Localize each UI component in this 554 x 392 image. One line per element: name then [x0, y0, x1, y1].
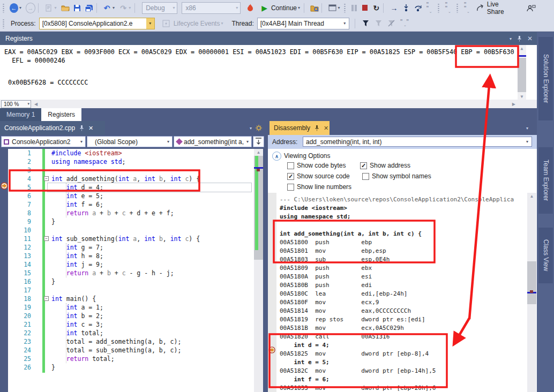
address-dropdown-icon[interactable]: ▾: [523, 139, 531, 144]
checkbox[interactable]: [287, 184, 294, 191]
toolbar-grip[interactable]: [2, 19, 5, 28]
live-share-button[interactable]: Live Share: [487, 1, 515, 16]
tab-list-dropdown-icon[interactable]: ▾: [250, 126, 252, 131]
scope-combo[interactable]: (Global Scope) ▾: [87, 136, 173, 147]
current-statement-arrow[interactable]: [1, 182, 8, 190]
step-out-icon[interactable]: " "⌄: [426, 3, 435, 13]
toolbar-overflow-icon[interactable]: " "⌄: [400, 20, 410, 27]
new-item-dropdown-icon[interactable]: ▾: [55, 5, 57, 10]
hot-reload-flame-icon[interactable]: [246, 3, 254, 13]
disassembly-line[interactable]: 00A5181B mov ecx,0A5C029h: [280, 324, 404, 333]
code-line[interactable]: 23 total = add_something(a, b, c);: [0, 337, 253, 346]
toolbar-grip[interactable]: [456, 3, 459, 13]
window-position-icon[interactable]: ▾: [510, 36, 512, 41]
toolbar-grip[interactable]: [2, 3, 5, 13]
checkbox[interactable]: [362, 173, 369, 180]
current-instruction-arrow[interactable]: [268, 346, 275, 353]
toolbar-grip[interactable]: [437, 3, 440, 13]
code-line[interactable]: 10: [0, 226, 253, 235]
fold-collapse-icon[interactable]: −: [44, 176, 49, 181]
step-over-icon[interactable]: [414, 3, 422, 13]
disassembly-margin[interactable]: [268, 193, 276, 392]
pin-icon[interactable]: [79, 125, 84, 131]
tab-memory-1[interactable]: Memory 1: [0, 108, 41, 121]
side-tab-class-view[interactable]: Class View: [538, 228, 553, 283]
code-line[interactable]: 22 int total;: [0, 329, 253, 337]
code-line[interactable]: 8 return a + b + c + d + e + f;: [0, 209, 253, 217]
open-file-icon[interactable]: [61, 3, 70, 13]
live-share-icon[interactable]: [476, 3, 484, 13]
undo-dropdown-icon[interactable]: ▾: [113, 5, 115, 10]
navigate-back-dropdown-icon[interactable]: ▾: [19, 5, 21, 10]
find-in-files-icon[interactable]: [310, 3, 319, 13]
feedback-icon[interactable]: [527, 3, 536, 13]
code-editor[interactable]: 1#include <iostream>2using namespace std…: [0, 149, 263, 392]
save-all-icon[interactable]: [85, 3, 93, 13]
disassembly-line[interactable]: 00A51820 call 00A51316: [280, 333, 390, 341]
new-item-icon[interactable]: [44, 3, 53, 13]
option-show-code-bytes[interactable]: Show code bytes: [287, 162, 346, 169]
lifecycle-events-button[interactable]: Lifecycle Events: [174, 20, 220, 27]
continue-button[interactable]: Continue: [271, 4, 297, 12]
pin-icon[interactable]: [517, 35, 522, 42]
scrollbar-thumb[interactable]: [527, 261, 536, 304]
fold-collapse-icon[interactable]: −: [44, 236, 49, 241]
scroll-right-icon[interactable]: ▶: [512, 102, 515, 107]
project-combo[interactable]: ConsoleApplication2 ▾: [1, 136, 86, 147]
scroll-up-icon[interactable]: ▲: [527, 194, 536, 199]
toolbar-grip[interactable]: [343, 3, 346, 13]
editor-scrollbar[interactable]: ▲: [254, 149, 263, 392]
code-line[interactable]: 18−int main() {: [0, 295, 253, 303]
code-line[interactable]: 16}: [0, 277, 253, 286]
show-next-statement-icon[interactable]: →: [390, 3, 398, 13]
disassembly-line[interactable]: 00A5182C mov dword ptr [ebp-14h],5: [280, 367, 436, 375]
code-line[interactable]: 14 int j = 9;: [0, 260, 253, 269]
registers-title-bar[interactable]: Registers ▾ ✕: [0, 32, 537, 45]
code-line[interactable]: 3: [0, 166, 253, 175]
scrollbar-thumb[interactable]: [518, 58, 526, 92]
thread-combo[interactable]: [0x4AB4] Main Thread ▾: [257, 18, 349, 29]
diagnostics-toolbar-icon[interactable]: " "⌄: [464, 3, 473, 13]
zoom-combo[interactable]: 100 %▾: [1, 100, 31, 108]
redo-dropdown-icon[interactable]: ▾: [129, 5, 131, 10]
code-line[interactable]: 6 int e = 5;: [0, 192, 253, 200]
side-tab-solution-explorer[interactable]: Solution Explorer: [538, 37, 553, 120]
scroll-up-icon[interactable]: ▲: [254, 150, 263, 155]
split-window-button[interactable]: [253, 136, 264, 147]
disassembly-line[interactable]: #include <iostream>: [280, 204, 347, 213]
flagged-threads-filter-icon[interactable]: [374, 19, 384, 28]
breakpoints-toolbar-icon[interactable]: " "⌄: [445, 3, 454, 13]
code-line[interactable]: 20 int b = 2;: [0, 312, 253, 320]
disassembly-pane[interactable]: --- C:\Users\loken\source\repos\ConsoleA…: [268, 193, 537, 392]
solution-configuration-combo[interactable]: Debug▾: [142, 2, 177, 14]
scroll-up-icon[interactable]: ▲: [518, 46, 526, 51]
disassembly-line[interactable]: 00A51819 rep stos dword ptr es:[edi]: [280, 315, 425, 324]
option-show-address[interactable]: ✓Show address: [360, 162, 410, 169]
navigate-forward-button[interactable]: →: [26, 3, 35, 13]
code-line[interactable]: 1#include <iostream>: [0, 149, 253, 157]
disassembly-line[interactable]: using namespace std;: [280, 213, 350, 221]
step-into-icon[interactable]: [402, 3, 410, 13]
disassembly-line[interactable]: 00A51833 mov dword ptr [ebp-20h],6: [280, 384, 436, 392]
side-tab-team-explorer[interactable]: Team Explorer: [538, 147, 553, 214]
disassembly-line[interactable]: 00A5180A push esi: [280, 273, 372, 281]
tab-consoleapplication2-cpp[interactable]: ConsoleApplication2.cpp ✕: [0, 121, 105, 135]
code-line[interactable]: 24 total = sub_something(a, b, c);: [0, 346, 253, 355]
code-line[interactable]: 19 int a = 1;: [0, 303, 253, 312]
tab-registers[interactable]: Registers: [41, 108, 81, 121]
disassembly-line[interactable]: 00A51825 mov dword ptr [ebp-8],4: [280, 350, 429, 358]
lifecycle-dropdown-icon[interactable]: ▾: [221, 21, 223, 26]
disassembly-line[interactable]: 00A5180B push edi: [280, 281, 372, 290]
code-line[interactable]: 12 int g = 7;: [0, 243, 253, 252]
close-icon[interactable]: ✕: [527, 35, 533, 42]
breakpoint-window-icon[interactable]: [328, 3, 336, 13]
member-combo[interactable]: add_something(int a, ▾: [174, 136, 252, 147]
code-line[interactable]: 2using namespace std;: [0, 157, 253, 166]
disassembly-line[interactable]: 00A51800 push ebp: [280, 238, 372, 247]
tab-list-dropdown-icon[interactable]: ▾: [526, 126, 528, 131]
stop-debugging-icon[interactable]: [362, 5, 368, 11]
close-icon[interactable]: ✕: [324, 125, 328, 132]
code-line[interactable]: 21 int c = 3;: [0, 320, 253, 329]
filter-disabled-icon[interactable]: [387, 19, 396, 28]
collapse-chevron-icon[interactable]: ∧: [272, 152, 281, 161]
